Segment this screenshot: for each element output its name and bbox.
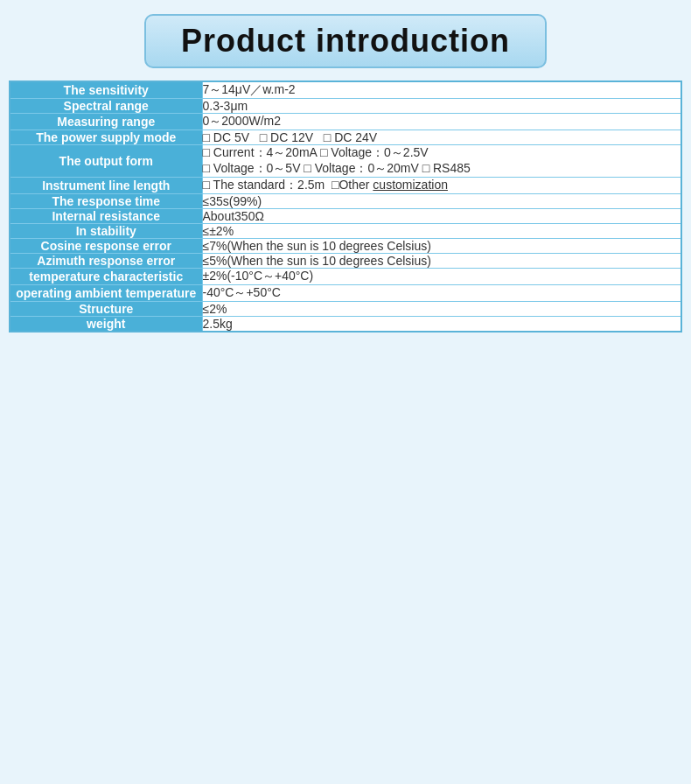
table-row: Structure≤2% [10, 302, 681, 317]
row-value: ≤±2% [202, 224, 681, 239]
page-title: Product introduction [181, 23, 510, 60]
table-row: Azimuth response error≤5%(When the sun i… [10, 254, 681, 269]
table-row: Internal resistanceAbout350Ω [10, 209, 681, 224]
row-label: Structure [10, 302, 202, 317]
row-value: □ Current：4～20mA □ Voltage：0～2.5V□ Volta… [202, 145, 681, 178]
table-row: Instrument line length□ The standard：2.5… [10, 178, 681, 194]
row-label: The sensitivity [10, 81, 202, 99]
table-row: temperature characteristic±2%(-10°C～+40°… [10, 269, 681, 285]
row-value: 0～2000W/m2 [202, 114, 681, 130]
row-label: operating ambient temperature [10, 285, 202, 302]
table-row: operating ambient temperature-40°C～+50°C [10, 285, 681, 302]
row-label: temperature characteristic [10, 269, 202, 285]
row-label: Internal resistance [10, 209, 202, 224]
table-row: weight2.5kg [10, 317, 681, 332]
table-row: In stability≤±2% [10, 224, 681, 239]
row-value: ≤35s(99%) [202, 194, 681, 209]
row-label: The output form [10, 145, 202, 178]
row-label: weight [10, 317, 202, 332]
row-label: Cosine response error [10, 239, 202, 254]
row-value: About350Ω [202, 209, 681, 224]
row-value: □ DC 5V □ DC 12V □ DC 24V [202, 130, 681, 145]
table-row: Measuring range0～2000W/m2 [10, 114, 681, 130]
row-label: Spectral range [10, 99, 202, 114]
row-label: Azimuth response error [10, 254, 202, 269]
table-row: The power supply mode□ DC 5V □ DC 12V □ … [10, 130, 681, 145]
title-container: Product introduction [9, 14, 682, 68]
row-label: Instrument line length [10, 178, 202, 194]
row-value: ≤7%(When the sun is 10 degrees Celsius) [202, 239, 681, 254]
page-wrapper: Product introduction NiuBoL NiuB NiuBoL … [9, 14, 682, 332]
row-label: The response time [10, 194, 202, 209]
row-value: 0.3-3μm [202, 99, 681, 114]
table-row: The response time≤35s(99%) [10, 194, 681, 209]
row-value: 7～14μV／w.m-2 [202, 81, 681, 99]
title-box: Product introduction [144, 14, 547, 68]
spec-table: The sensitivity7～14μV／w.m-2Spectral rang… [9, 80, 682, 332]
row-value: ±2%(-10°C～+40°C) [202, 269, 681, 285]
row-label: In stability [10, 224, 202, 239]
row-label: The power supply mode [10, 130, 202, 145]
row-value: -40°C～+50°C [202, 285, 681, 302]
row-label: Measuring range [10, 114, 202, 130]
table-wrapper: NiuBoL NiuB NiuBoL The sensitivity7～14μV… [9, 80, 682, 332]
row-value: ≤2% [202, 302, 681, 317]
table-row: The output form□ Current：4～20mA □ Voltag… [10, 145, 681, 178]
table-row: Spectral range0.3-3μm [10, 99, 681, 114]
table-row: The sensitivity7～14μV／w.m-2 [10, 81, 681, 99]
row-value: 2.5kg [202, 317, 681, 332]
row-value: □ The standard：2.5m □Other customization [202, 178, 681, 194]
row-value: ≤5%(When the sun is 10 degrees Celsius) [202, 254, 681, 269]
table-row: Cosine response error≤7%(When the sun is… [10, 239, 681, 254]
